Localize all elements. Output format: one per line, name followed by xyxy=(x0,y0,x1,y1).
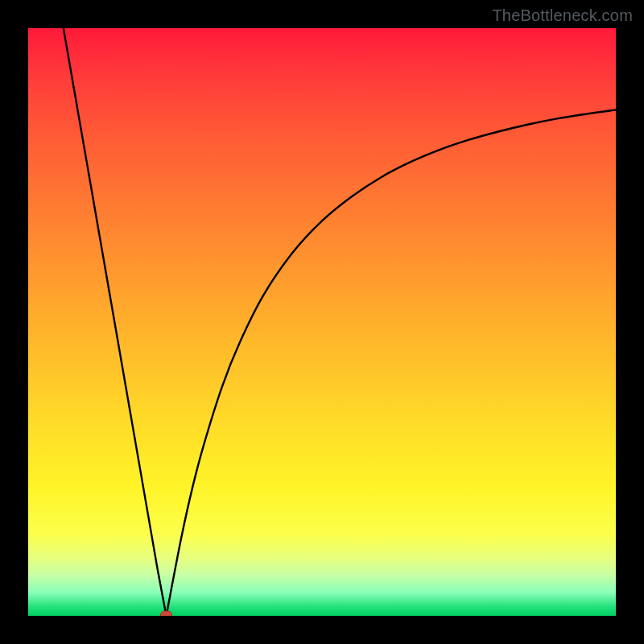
chart-frame: TheBottleneck.com xyxy=(0,0,644,644)
bottleneck-curve xyxy=(64,28,616,616)
curve-layer xyxy=(28,28,616,616)
watermark-text: TheBottleneck.com xyxy=(492,6,633,25)
svg-rect-0 xyxy=(161,611,172,616)
plot-area xyxy=(28,28,616,616)
minimum-marker xyxy=(161,611,172,616)
